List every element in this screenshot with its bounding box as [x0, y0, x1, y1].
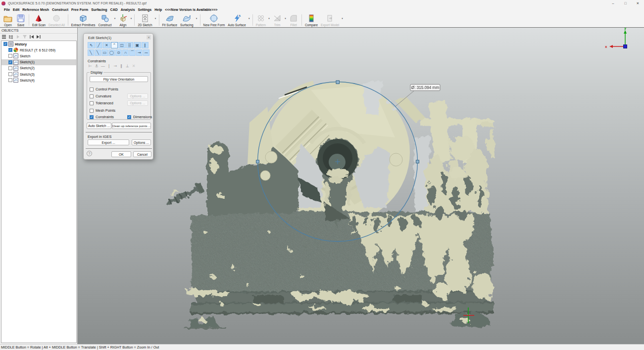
auto-surface-dropdown[interactable]: ▾ [248, 13, 251, 27]
menu-help[interactable]: Help [154, 8, 162, 11]
toolbar-edit-scan[interactable]: Edit Scan [31, 13, 47, 27]
toolbar-new-free-form[interactable]: New Free Form [202, 13, 227, 27]
toolbar-trim[interactable]: Trim [271, 13, 284, 27]
tool-offset[interactable]: ▣ [134, 42, 141, 48]
tree-item-sketch[interactable]: Sketch [1, 53, 76, 59]
tool-handle[interactable]: ╲ [88, 49, 94, 56]
tool-slot[interactable]: ⎓ [143, 49, 149, 56]
mesh-points-checkbox[interactable] [90, 109, 94, 113]
constraint-horizontal-icon[interactable]: — [101, 64, 104, 68]
toolbar-deselect-all[interactable]: Deselect All [47, 13, 66, 27]
constraint-anchor-icon[interactable]: ⚓ [95, 64, 99, 68]
menu-analysis[interactable]: Analysis [121, 8, 135, 11]
toolbar-2d-sketch[interactable]: 2D Sketch [136, 13, 153, 27]
toleranced-checkbox[interactable] [90, 101, 94, 105]
menu-surfacing[interactable]: Surfacing [91, 8, 107, 11]
toolbar-compare[interactable]: Compare [303, 13, 319, 27]
sketch-handle-top[interactable] [336, 81, 340, 84]
export-options-button[interactable]: Options ... [132, 139, 151, 145]
toolbar-open[interactable]: Open [1, 13, 14, 27]
result-checkbox[interactable]: ✓ [8, 48, 12, 52]
auto-sketch-button[interactable]: Auto Sketch ... [87, 123, 111, 129]
tool-rectangle[interactable]: ▭ [101, 49, 108, 56]
tool-circle-center[interactable]: ⊙ [115, 49, 122, 56]
close-button[interactable]: ✕ [632, 0, 644, 6]
toolbar-surfacing[interactable]: Surfacing [179, 13, 195, 27]
menu-cad[interactable]: CAD [110, 8, 118, 11]
toleranced-options-button[interactable]: Options ... [127, 100, 148, 106]
pattern-dropdown[interactable]: ▾ [267, 13, 271, 27]
dimensions-cb-row[interactable]: ✓ Dimensions [127, 115, 152, 119]
export-model-dropdown[interactable]: ▾ [341, 13, 344, 27]
toolbar-auto-surface[interactable]: A Auto Surface [226, 13, 247, 27]
toleranced-row[interactable]: Toleranced [90, 101, 113, 105]
dimensions-checkbox[interactable]: ✓ [127, 115, 131, 119]
menu-reference-mesh[interactable]: Reference Mesh [22, 8, 49, 11]
tool-grid-points[interactable]: ⣿ [126, 42, 134, 48]
ok-button[interactable]: OK [111, 151, 131, 157]
tree-item-sketch2[interactable]: Sketch(2) [1, 65, 76, 71]
tree-item-sketch1[interactable]: ✓ Sketch(1) [1, 59, 76, 65]
toolbar-fit-surface[interactable]: Fit Surface [161, 13, 179, 27]
2d-sketch-dropdown[interactable]: ▾ [154, 13, 157, 27]
tool-parallel[interactable]: ∥ [142, 42, 149, 48]
sketch3-checkbox[interactable] [8, 72, 12, 76]
tree-item-sketch3[interactable]: Sketch(3) [1, 71, 76, 77]
curvature-checkbox[interactable] [90, 94, 94, 98]
constraint-symmetric-icon[interactable]: ✕ [132, 64, 136, 68]
constraint-fix-icon[interactable]: ⊢ [89, 64, 92, 68]
tree-item-result[interactable]: ✓ RESULT (T: 6 512 059) [1, 47, 76, 53]
history-checkbox[interactable]: ✓ [3, 42, 7, 46]
tree-item-history[interactable]: ✓ History [1, 41, 76, 47]
mesh-points-row[interactable]: Mesh Points [90, 108, 115, 113]
tool-polyline[interactable]: ⌃ [111, 42, 118, 48]
curvature-row[interactable]: Curvature [90, 94, 111, 98]
menu-edit[interactable]: Edit [13, 8, 19, 11]
control-points-row[interactable]: Control Points [90, 87, 118, 91]
tool-spline[interactable]: ⇝ [136, 49, 143, 56]
tool-select[interactable]: ⇖ [88, 42, 95, 48]
sketch-checkbox[interactable] [8, 54, 12, 58]
tool-circle[interactable]: ◯ [108, 49, 115, 56]
skip-last-icon[interactable] [36, 35, 41, 39]
menu-settings[interactable]: Settings [138, 8, 152, 11]
sketch-handle-left[interactable] [256, 160, 259, 163]
tool-arc[interactable]: ∩ [122, 49, 129, 56]
toolbar-export-model[interactable]: Export Model [319, 13, 341, 27]
tool-arc-3pt[interactable]: ⌒ [129, 49, 136, 56]
play-icon[interactable] [15, 35, 20, 39]
menu-construct[interactable]: Construct [52, 8, 68, 11]
tool-line[interactable]: ╲ [95, 49, 101, 56]
dialog-close-icon[interactable]: ✕ [147, 35, 151, 40]
toolbar-pattern[interactable]: Pattern [254, 13, 267, 27]
construct-dropdown[interactable]: ▾ [113, 13, 116, 27]
help-button[interactable]: ? [87, 151, 92, 156]
trim-dropdown[interactable]: ▾ [284, 13, 287, 27]
maximize-button[interactable]: □ [619, 0, 632, 6]
tool-point-line[interactable]: ╱ [96, 42, 103, 48]
filter-icon[interactable] [22, 35, 27, 39]
sketch2-checkbox[interactable] [8, 66, 12, 70]
list-view-icon[interactable] [1, 35, 6, 39]
cancel-button[interactable]: Cancel [133, 151, 151, 157]
toolbar-construct[interactable]: Construct [97, 13, 113, 27]
cleanup-button[interactable]: Clean up reference points ... [112, 123, 151, 129]
tool-trim[interactable]: ✕ [103, 42, 110, 48]
curvature-options-button[interactable]: Options ... [127, 93, 148, 99]
menu-new-version[interactable]: <<<New Version is Available>>> [165, 8, 217, 11]
toolbar-align[interactable]: Align [116, 13, 129, 27]
constraint-parallel-icon[interactable]: ∥ [120, 64, 123, 68]
surfacing-dropdown[interactable]: ▾ [195, 13, 198, 27]
minimize-button[interactable]: – [607, 0, 619, 6]
constraints-checkbox[interactable]: ✓ [90, 115, 94, 119]
sketch1-checkbox[interactable]: ✓ [8, 60, 12, 64]
sketch-handle-right[interactable] [416, 160, 419, 163]
toolbar-extract-primitives[interactable]: Extract Primitives [70, 13, 97, 27]
tool-mirror[interactable]: ◫ [118, 42, 126, 48]
menu-free-form[interactable]: Free Form [71, 8, 88, 11]
sketch4-checkbox[interactable] [8, 78, 12, 82]
align-dropdown[interactable]: ▾ [129, 13, 133, 27]
viewport-3d[interactable]: Ø: 315.094 mm y x [78, 28, 644, 344]
control-points-checkbox[interactable] [90, 88, 94, 91]
toolbar-save[interactable]: Save [14, 13, 27, 27]
